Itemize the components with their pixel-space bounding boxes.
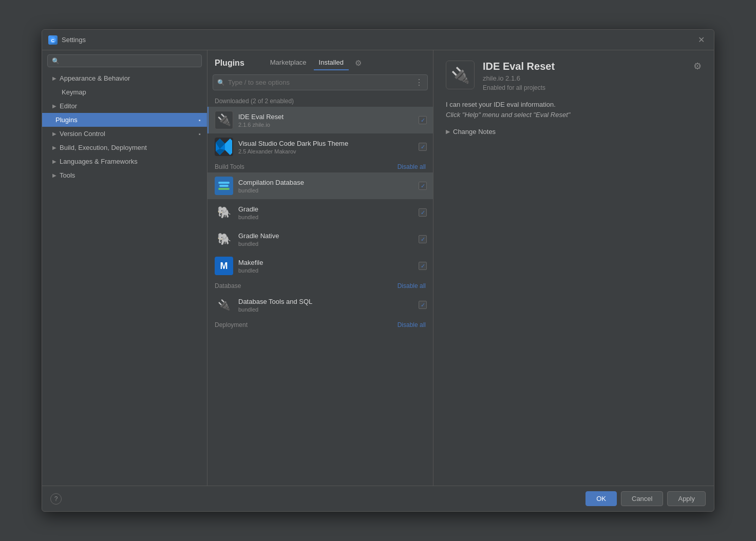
expand-arrow: ▶ bbox=[52, 145, 56, 150]
plugin-item-db-tools[interactable]: 🔌 Database Tools and SQL bundled ✓ bbox=[207, 292, 433, 318]
plugin-list: Downloaded (2 of 2 enabled) 🔌 IDE Eval R… bbox=[207, 94, 433, 486]
sidebar-item-build[interactable]: ▶ Build, Execution, Deployment bbox=[42, 141, 207, 154]
sidebar-search-input[interactable] bbox=[63, 57, 197, 65]
sidebar-item-appearance[interactable]: ▶ Appearance & Behavior bbox=[42, 71, 207, 85]
expand-arrow: ▶ bbox=[52, 159, 56, 164]
tabs-container: Marketplace Installed ⚙ bbox=[265, 55, 426, 70]
change-notes-label: Change Notes bbox=[453, 128, 496, 136]
database-icon: 🔌 bbox=[218, 299, 231, 311]
plugin-item-makefile[interactable]: M Makefile bundled ✓ bbox=[207, 253, 433, 279]
detail-author-version: zhile.io 2.1.6 bbox=[483, 74, 688, 82]
help-button[interactable]: ? bbox=[50, 493, 62, 505]
sidebar-item-label: Build, Execution, Deployment bbox=[60, 144, 147, 151]
deployment-disable-all[interactable]: Disable all bbox=[398, 321, 426, 329]
plugin-item-gradle-native[interactable]: 🐘 Gradle Native bundled ✓ bbox=[207, 226, 433, 253]
tab-installed[interactable]: Installed bbox=[314, 55, 349, 70]
title-bar: C Settings ✕ bbox=[42, 30, 714, 50]
plugin-item-ide-eval[interactable]: 🔌 IDE Eval Reset 2.1.6 zhile.io ✓ bbox=[207, 107, 433, 133]
database-disable-all[interactable]: Disable all bbox=[398, 282, 426, 289]
search-icon: 🔍 bbox=[217, 79, 225, 86]
plugin-name: Gradle Native bbox=[238, 232, 419, 240]
makefile-m-icon: M bbox=[220, 261, 228, 272]
expand-arrow: ▶ bbox=[52, 131, 56, 137]
detail-gear-button[interactable]: ⚙ bbox=[693, 61, 702, 72]
plugins-gear-button[interactable]: ⚙ bbox=[355, 59, 362, 68]
change-notes-toggle[interactable]: ▶ Change Notes bbox=[446, 128, 702, 136]
sidebar-item-label: Plugins bbox=[55, 116, 78, 124]
plugin-item-gradle[interactable]: 🐘 Gradle bundled ✓ bbox=[207, 199, 433, 226]
plugin-icon-eval: 🔌 bbox=[215, 111, 233, 129]
app-icon: C bbox=[48, 35, 58, 45]
more-options-icon[interactable]: ⋮ bbox=[415, 78, 423, 87]
plugin-icon-compilation bbox=[215, 177, 233, 195]
plugin-checkbox-eval[interactable]: ✓ bbox=[419, 116, 427, 124]
plugin-meta: bundled bbox=[238, 187, 419, 194]
svg-marker-4 bbox=[225, 139, 232, 155]
detail-panel: 🔌 IDE Eval Reset zhile.io 2.1.6 Enabled … bbox=[433, 50, 714, 486]
sidebar-item-keymap[interactable]: Keymap bbox=[42, 85, 207, 99]
plugin-meta: bundled bbox=[238, 214, 419, 220]
tab-marketplace[interactable]: Marketplace bbox=[265, 55, 312, 70]
expand-arrow: ▶ bbox=[52, 103, 56, 109]
sidebar-item-label: Tools bbox=[60, 171, 75, 179]
dialog-title: Settings bbox=[62, 36, 695, 44]
sidebar-item-label: Version Control bbox=[60, 130, 105, 138]
plugin-search-bar[interactable]: 🔍 ⋮ bbox=[213, 74, 428, 90]
plugin-search-input[interactable] bbox=[228, 79, 415, 86]
sidebar-item-editor[interactable]: ▶ Editor bbox=[42, 99, 207, 113]
build-tools-section-label: Build Tools Disable all bbox=[207, 160, 433, 172]
plugin-info: Gradle bundled bbox=[238, 205, 419, 220]
sidebar-item-tools[interactable]: ▶ Tools bbox=[42, 168, 207, 182]
plugin-item-compilation[interactable]: Compilation Database bundled ✓ bbox=[207, 172, 433, 199]
deployment-section-label: Deployment Disable all bbox=[207, 318, 433, 331]
plugin-checkbox-gradle[interactable]: ✓ bbox=[419, 208, 427, 217]
detail-description-1: I can reset your IDE eval information. C… bbox=[446, 100, 702, 120]
plugin-info: Visual Studio Code Dark Plus Theme 2.5 A… bbox=[238, 140, 419, 154]
gradle-native-elephant-icon: 🐘 bbox=[217, 233, 231, 246]
plugin-meta: bundled bbox=[238, 241, 419, 247]
plugin-checkbox-vs[interactable]: ✓ bbox=[419, 143, 427, 151]
detail-status: Enabled for all projects bbox=[483, 84, 688, 91]
plugin-checkbox-db[interactable]: ✓ bbox=[419, 301, 427, 309]
plugin-checkbox-makefile[interactable]: ✓ bbox=[419, 262, 427, 270]
change-notes-arrow-icon: ▶ bbox=[446, 128, 450, 135]
cancel-button[interactable]: Cancel bbox=[621, 491, 663, 506]
sidebar-search[interactable]: 🔍 bbox=[47, 54, 202, 67]
detail-header: 🔌 IDE Eval Reset zhile.io 2.1.6 Enabled … bbox=[446, 61, 702, 91]
plugin-meta: 2.5 Alexander Makarov bbox=[238, 148, 419, 154]
vc-badge: ▪ bbox=[199, 131, 201, 137]
sidebar-item-label: Editor bbox=[60, 102, 77, 110]
expand-arrow: ▶ bbox=[52, 75, 56, 81]
plugin-info: Gradle Native bundled bbox=[238, 232, 419, 247]
ok-button[interactable]: OK bbox=[585, 491, 617, 506]
plugin-item-vs-code[interactable]: Visual Studio Code Dark Plus Theme 2.5 A… bbox=[207, 133, 433, 160]
detail-description-em: Click "Help" menu and select "Eval Reset… bbox=[446, 111, 570, 119]
plugin-checkbox-gradle-native[interactable]: ✓ bbox=[419, 235, 427, 243]
plugins-badge: ▪ bbox=[199, 117, 201, 123]
expand-arrow: ▶ bbox=[52, 172, 56, 178]
bottom-bar: ? OK Cancel Apply bbox=[42, 486, 714, 511]
build-tools-disable-all[interactable]: Disable all bbox=[398, 163, 426, 170]
detail-plugin-icon: 🔌 bbox=[446, 61, 475, 89]
sidebar-item-label: Keymap bbox=[62, 88, 86, 96]
close-button[interactable]: ✕ bbox=[695, 34, 708, 46]
detail-eval-plug-icon: 🔌 bbox=[451, 66, 470, 84]
plugins-title: Plugins bbox=[215, 59, 244, 68]
plugins-header: Plugins Marketplace Installed ⚙ bbox=[207, 50, 433, 70]
compilation-icon bbox=[218, 182, 230, 190]
plugin-meta: bundled bbox=[238, 306, 419, 313]
apply-button[interactable]: Apply bbox=[667, 491, 706, 506]
plugin-icon-makefile: M bbox=[215, 257, 233, 275]
sidebar-item-label: Languages & Frameworks bbox=[60, 158, 138, 165]
plugin-name: Visual Studio Code Dark Plus Theme bbox=[238, 140, 419, 147]
sidebar-item-plugins[interactable]: Plugins ▪ bbox=[42, 113, 207, 127]
sidebar-item-version-control[interactable]: ▶ Version Control ▪ bbox=[42, 127, 207, 141]
plugin-icon-gradle: 🐘 bbox=[215, 203, 233, 222]
plugin-info: IDE Eval Reset 2.1.6 zhile.io bbox=[238, 113, 419, 128]
plugin-info: Database Tools and SQL bundled bbox=[238, 298, 419, 313]
sidebar-item-languages[interactable]: ▶ Languages & Frameworks bbox=[42, 154, 207, 168]
plugin-name: Database Tools and SQL bbox=[238, 298, 419, 305]
svg-text:C: C bbox=[51, 37, 55, 43]
plugin-checkbox-compilation[interactable]: ✓ bbox=[419, 182, 427, 190]
plugin-icon-gradle-native: 🐘 bbox=[215, 230, 233, 248]
